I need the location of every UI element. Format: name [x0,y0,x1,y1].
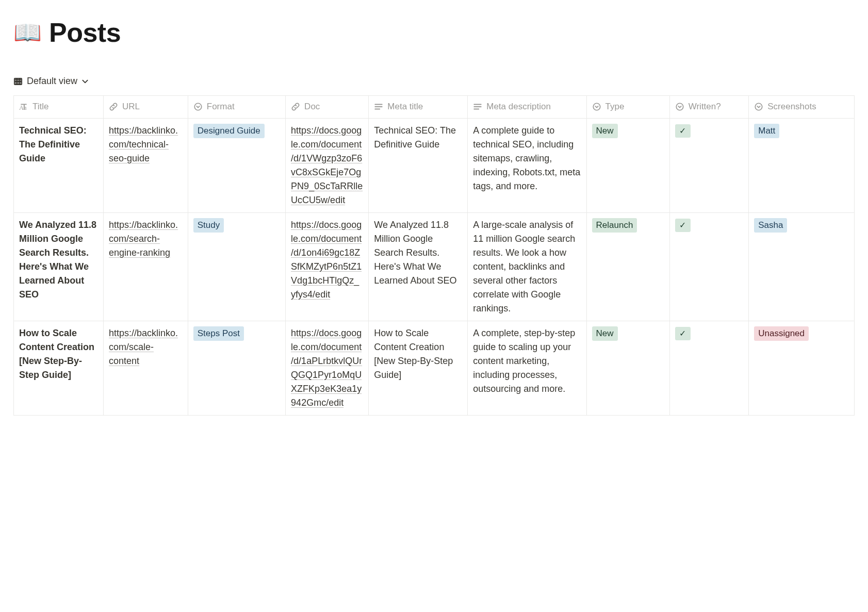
cell-title[interactable]: We Analyzed 11.8 Million Google Search R… [14,213,104,321]
table-header: Aa Title URL Format Doc [14,96,855,119]
check-icon: ✓ [675,327,691,340]
cell-format[interactable]: Steps Post [188,321,285,416]
chevron-down-icon [81,78,89,85]
table-icon [13,77,23,86]
column-header-written[interactable]: Written? [669,96,749,119]
table-row[interactable]: Technical SEO: The Definitive Guidehttps… [14,119,855,213]
cell-type[interactable]: New [586,321,669,416]
column-label: Title [32,100,49,113]
svg-point-8 [676,103,683,110]
select-tag: Relaunch [592,218,637,233]
page-icon[interactable]: 📖 [13,21,42,44]
cell-type[interactable]: New [586,119,669,213]
cell-meta-title[interactable]: How to Scale Content Creation [New Step-… [369,321,468,416]
select-tag: New [592,124,618,138]
cell-meta-description[interactable]: A complete guide to technical SEO, inclu… [468,119,586,213]
cell-format[interactable]: Designed Guide [188,119,285,213]
column-label: Written? [689,100,721,113]
cell-screenshots[interactable]: Sasha [749,213,855,321]
cell-meta-title[interactable]: Technical SEO: The Definitive Guide [369,119,468,213]
select-prop-icon [193,102,203,111]
title-prop-icon: Aa [19,102,28,111]
page-header: 📖 Posts [13,12,855,53]
column-header-meta-description[interactable]: Meta description [468,96,586,119]
cell-format[interactable]: Study [188,213,285,321]
column-label: URL [122,100,140,113]
column-label: Meta description [486,100,551,113]
cell-meta-description[interactable]: A complete, step-by-step guide to scalin… [468,321,586,416]
svg-point-7 [593,103,600,110]
table-body: Technical SEO: The Definitive Guidehttps… [14,119,855,416]
cell-type[interactable]: Relaunch [586,213,669,321]
database-table: Aa Title URL Format Doc [13,95,855,416]
cell-written[interactable]: ✓ [669,213,749,321]
view-switcher[interactable]: Default view [13,74,855,88]
link-prop-icon [109,102,118,111]
cell-doc[interactable]: https://docs.google.com/document/d/1VWgz… [286,119,369,213]
text-prop-icon [473,102,482,111]
select-prop-icon [675,102,684,111]
column-header-url[interactable]: URL [104,96,188,119]
column-label: Type [605,100,625,113]
text-prop-icon [374,102,383,111]
select-tag: Unassigned [754,326,809,341]
svg-point-9 [756,103,763,110]
column-header-meta-title[interactable]: Meta title [369,96,468,119]
svg-point-6 [194,103,202,110]
cell-screenshots[interactable]: Matt [749,119,855,213]
select-tag: Sasha [754,218,787,233]
svg-text:Aa: Aa [19,104,27,111]
check-icon: ✓ [675,124,691,138]
column-label: Screenshots [767,100,816,113]
cell-title[interactable]: How to Scale Content Creation [New Step-… [14,321,104,416]
select-tag: Study [193,218,224,233]
column-header-type[interactable]: Type [586,96,669,119]
page-title[interactable]: Posts [49,12,121,53]
column-label: Doc [304,100,320,113]
column-header-doc[interactable]: Doc [286,96,369,119]
select-tag: New [592,326,618,341]
column-header-screenshots[interactable]: Screenshots [749,96,855,119]
cell-screenshots[interactable]: Unassigned [749,321,855,416]
select-prop-icon [592,102,601,111]
select-tag: Designed Guide [193,124,265,138]
column-label: Format [207,100,235,113]
column-header-format[interactable]: Format [188,96,285,119]
check-icon: ✓ [675,219,691,232]
column-header-title[interactable]: Aa Title [14,96,104,119]
cell-meta-title[interactable]: We Analyzed 11.8 Million Google Search R… [369,213,468,321]
select-prop-icon [754,102,763,111]
cell-written[interactable]: ✓ [669,321,749,416]
table-row[interactable]: How to Scale Content Creation [New Step-… [14,321,855,416]
cell-written[interactable]: ✓ [669,119,749,213]
select-tag: Steps Post [193,326,244,341]
view-name: Default view [27,74,77,88]
cell-doc[interactable]: https://docs.google.com/document/d/1aPLr… [286,321,369,416]
cell-url[interactable]: https://backlinko.com/technical-seo-guid… [104,119,188,213]
cell-doc[interactable]: https://docs.google.com/document/d/1on4i… [286,213,369,321]
table-row[interactable]: We Analyzed 11.8 Million Google Search R… [14,213,855,321]
cell-meta-description[interactable]: A large-scale analysis of 11 million Goo… [468,213,586,321]
cell-url[interactable]: https://backlinko.com/search-engine-rank… [104,213,188,321]
column-label: Meta title [387,100,423,113]
cell-url[interactable]: https://backlinko.com/scale-content [104,321,188,416]
select-tag: Matt [754,124,779,138]
cell-title[interactable]: Technical SEO: The Definitive Guide [14,119,104,213]
link-prop-icon [291,102,300,111]
